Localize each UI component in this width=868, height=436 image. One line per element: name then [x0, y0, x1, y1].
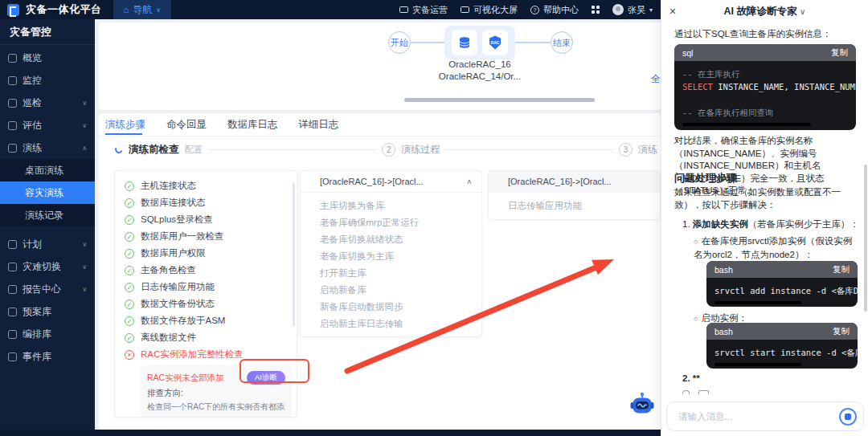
dr-operations-link[interactable]: 灾备运营	[399, 4, 448, 16]
check-item[interactable]: ✓数据库连接状态	[125, 194, 290, 211]
sidebar-item-evaluation[interactable]: 评估 ∨	[0, 114, 95, 137]
loading-spinner-icon	[114, 145, 125, 155]
close-icon[interactable]: ×	[669, 5, 682, 18]
copy-button[interactable]: 复制	[833, 326, 850, 337]
ai-assistant-robot-button[interactable]	[628, 391, 656, 418]
sidebar-item-disaster-switch[interactable]: 灾难切换 ∨	[0, 255, 95, 278]
check-icon: ✓	[125, 181, 134, 191]
nav-menu-label: 导航	[133, 3, 152, 17]
sidebar-item-desktop-drill[interactable]: 桌面演练	[0, 159, 95, 181]
check-item[interactable]: ✓离线数据文件	[125, 329, 290, 346]
check-item[interactable]: ✓数据文件备份状态	[125, 295, 290, 312]
check-item-label: RAC实例添加完整性检查	[141, 348, 244, 361]
panel-header: × AI 故障诊断专家 ∨	[661, 0, 868, 22]
check-item[interactable]: ✓主机连接状态	[125, 177, 290, 194]
chevron-down-icon: ∨	[82, 286, 87, 293]
sidebar-item-orchestration-library[interactable]: 编排库	[0, 323, 95, 345]
chevron-down-icon: ∨	[82, 122, 87, 129]
panel-title-dropdown[interactable]: AI 故障诊断专家 ∨	[682, 5, 847, 18]
copy-button[interactable]: 复制	[831, 47, 848, 59]
check-item[interactable]: ✓数据库用户一致检查	[125, 228, 290, 245]
tab-bar: 演练步骤 命令回显 数据库日志 详细日志	[105, 118, 339, 132]
sidebar-item-overview[interactable]: 概览	[0, 47, 95, 69]
sql-columns: INSTANCE_NAME, INSTANCE_NUMBER, HOS	[713, 82, 856, 92]
sidebar-item-plan[interactable]: 计划 ∨	[0, 233, 95, 255]
check-item-label: 数据库连接状态	[141, 197, 206, 209]
check-item[interactable]: ✓数据文件存放于ASM	[125, 312, 290, 329]
help-center-link[interactable]: ? 帮助中心	[530, 4, 579, 16]
process-step: 老备库切换就绪状态	[301, 231, 481, 248]
sidebar-subitem-label: 桌面演练	[25, 164, 63, 177]
bullet-text: 在备库使用srvctl添加实例（假设实例名为orcl2，节点为node2）：	[694, 236, 852, 259]
workflow-start-node[interactable]: 开始	[388, 31, 411, 54]
code-horizontal-scrollbar[interactable]	[682, 123, 811, 126]
dr-operations-label: 灾备运营	[412, 4, 448, 16]
sidebar-item-label: 计划	[23, 238, 42, 251]
check-item[interactable]: ✓SQLplus登录检查	[125, 211, 290, 228]
process-step: 启动新备库	[301, 282, 481, 299]
sidebar-item-event-library[interactable]: 事件库	[0, 345, 95, 368]
sidebar-item-monitor[interactable]: 监控	[0, 69, 95, 92]
tab-command-echo[interactable]: 命令回显	[166, 118, 207, 132]
check-item-label: SQLplus登录检查	[141, 214, 213, 226]
drill-detail-card: 演练步骤 命令回显 数据库日志 详细日志 演练前检查 配置 2 演练过程 3 演…	[99, 113, 661, 430]
horizontal-scrollbar[interactable]	[404, 98, 595, 102]
check-item[interactable]: ✓日志传输应用功能	[125, 279, 290, 295]
list-number: 1.	[682, 219, 690, 229]
caret-down-icon: ▾	[649, 6, 653, 14]
code-horizontal-scrollbar[interactable]	[714, 301, 801, 304]
home-icon: ⌂	[124, 5, 129, 14]
check-icon: ✓	[125, 266, 134, 275]
check-item-failed[interactable]: ×RAC实例添加完整性检查	[125, 346, 290, 363]
sidebar-item-inspection[interactable]: 巡检 ∨	[0, 92, 95, 114]
apps-grid-icon[interactable]	[592, 6, 600, 14]
error-message: RAC实例未全部添加	[147, 373, 224, 384]
code-language-label: sql	[682, 48, 693, 58]
app-title: 灾备一体化平台	[26, 2, 102, 17]
sidebar-item-drill[interactable]: 演练 ∧	[0, 137, 95, 159]
step1-config-label: 配置	[185, 144, 203, 156]
tab-db-logs[interactable]: 数据库日志	[227, 118, 278, 132]
end-label: 结束	[553, 37, 571, 49]
evaluation-icon	[8, 121, 17, 130]
cut-link-text[interactable]: 全	[651, 72, 661, 86]
group-header[interactable]: [OracleRAC_16]->[Oracl...	[489, 171, 660, 193]
sidebar-item-dr-drill-active[interactable]: 容灾演练	[0, 181, 95, 204]
sidebar-item-drill-records[interactable]: 演练记录	[0, 204, 95, 226]
check-icon: ✓	[125, 198, 134, 208]
copy-button[interactable]: 复制	[833, 264, 850, 275]
code-language-label: bash	[714, 327, 733, 336]
rac-badge-text: RAC	[491, 40, 500, 45]
panel-vertical-scrollbar[interactable]	[864, 165, 867, 312]
bullet-icon: ○	[694, 315, 698, 323]
node-title: OracleRAC_16	[403, 59, 556, 69]
sidebar-item-report-center[interactable]: 报告中心 ∨	[0, 278, 95, 300]
message-input[interactable]	[678, 412, 839, 422]
help-center-label: 帮助中心	[543, 4, 579, 16]
tab-detail-logs[interactable]: 详细日志	[299, 118, 339, 132]
stop-generating-button[interactable]	[839, 408, 857, 426]
bullet-item: ○在备库使用srvctl添加实例（假设实例名为orcl2，节点为node2）：	[694, 235, 859, 261]
ai-diagnose-button[interactable]: AI诊断	[247, 371, 285, 385]
check-item[interactable]: ✓主备角色检查	[125, 262, 290, 279]
code-horizontal-scrollbar[interactable]	[714, 363, 801, 366]
group-header[interactable]: [OracleRAC_16]->[Oracl... ∧	[301, 171, 481, 193]
workflow-db-node[interactable]: RAC	[444, 26, 515, 59]
workflow-connector	[411, 42, 444, 43]
step2-label: 演练过程	[401, 143, 440, 157]
assistant-text: 通过以下SQL查询主备库的实例信息：	[674, 28, 832, 40]
check-item-label: 主机连接状态	[141, 180, 196, 192]
user-menu[interactable]: 张昊 ▾	[612, 4, 653, 16]
vertical-scrollbar[interactable]	[293, 182, 295, 327]
sidebar-item-plan-library[interactable]: 预案库	[0, 300, 95, 323]
big-screen-link[interactable]: 可视化大屏	[461, 4, 518, 16]
chevron-down-icon: ∨	[800, 7, 805, 16]
database-icon	[452, 30, 477, 55]
code-line: SELECT INSTANCE_NAME, INSTANCE_NUMBER, H…	[682, 80, 848, 93]
list-item-title: 添加缺失实例	[693, 219, 748, 229]
nav-menu-button[interactable]: ⌂ 导航 ∨	[113, 0, 172, 19]
node-subtitle: OracleRAC_14/Or...	[403, 71, 556, 81]
check-item[interactable]: ✓数据库用户权限	[125, 245, 290, 262]
workflow-end-node[interactable]: 结束	[551, 31, 573, 54]
tab-drill-steps[interactable]: 演练步骤	[105, 118, 145, 132]
